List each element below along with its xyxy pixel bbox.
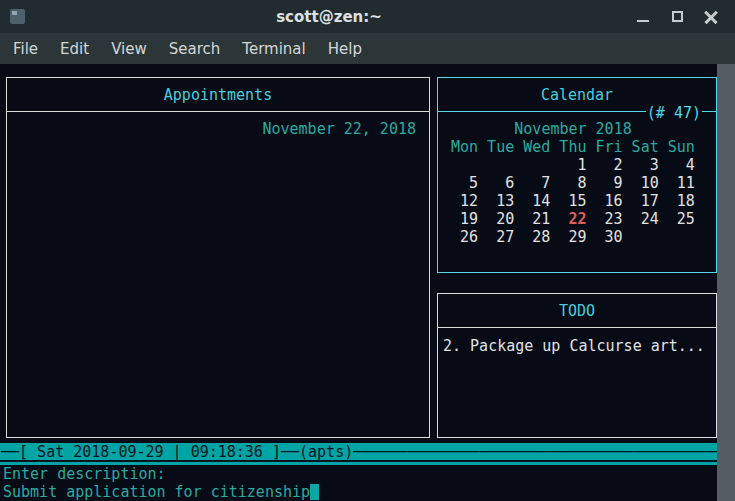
terminal-scrollbar[interactable] (717, 64, 735, 501)
close-button[interactable] (701, 7, 721, 27)
calendar-day-cell (523, 156, 559, 174)
calendar-day-cell: 24 (632, 210, 668, 228)
appointments-date-header: November 22, 2018 (7, 120, 429, 138)
calendar-day-cell: 28 (523, 228, 559, 246)
calendar-weekday-header: Mon Tue Wed Thu Fri Sat Sun (451, 138, 695, 156)
calendar-month-header: November 2018 (451, 120, 695, 138)
menu-help[interactable]: Help (317, 33, 373, 64)
calendar-day-cell: 3 (632, 156, 668, 174)
statusbar: ──[ Sat 2018-09-29 | 09:18:36 ]──(apts)─… (0, 443, 717, 465)
calendar-day-cell: 16 (596, 192, 632, 210)
calendar-day-cell: 22 (559, 210, 595, 228)
menubar: File Edit View Search Terminal Help (0, 33, 735, 64)
todo-panel: TODO 2. Package up Calcurse art... (437, 293, 717, 438)
calendar-day-cell (487, 156, 523, 174)
todo-panel-title: TODO (438, 294, 716, 328)
calendar-day-cell: 18 (668, 192, 695, 210)
calendar-day-cell: 11 (668, 174, 695, 192)
window-controls (633, 7, 725, 27)
calendar-day-cell: 27 (487, 228, 523, 246)
text-cursor (310, 484, 319, 500)
calendar-day-cell: 17 (632, 192, 668, 210)
calendar-day-cell (668, 228, 695, 246)
calendar-week-row: 5 6 7 8 9 10 11 (451, 174, 695, 192)
titlebar[interactable]: scott@zen:~ (0, 0, 735, 33)
calendar-weeks: 1 2 3 4 5 6 7 8 9 10 11 12 13 14 15 16 1… (451, 156, 695, 246)
calendar-day-cell: 25 (668, 210, 695, 228)
terminal-window: scott@zen:~ File Edit View Search Termin… (0, 0, 735, 501)
calendar-day-cell: 9 (596, 174, 632, 192)
maximize-icon (672, 11, 683, 22)
calendar-day-cell: 23 (596, 210, 632, 228)
calendar-week-row: 12 13 14 15 16 17 18 (451, 192, 695, 210)
menu-search[interactable]: Search (158, 33, 232, 64)
close-icon (704, 10, 718, 24)
calendar-grid: November 2018 Mon Tue Wed Thu Fri Sat Su… (451, 120, 695, 246)
calendar-day-cell: 30 (596, 228, 632, 246)
description-input[interactable]: Submit application for citizenship (3, 483, 319, 501)
calendar-day-cell: 12 (451, 192, 487, 210)
menu-edit[interactable]: Edit (49, 33, 100, 64)
calendar-day-cell: 8 (559, 174, 595, 192)
calendar-day-cell: 29 (559, 228, 595, 246)
calendar-week-row: 1 2 3 4 (451, 156, 695, 174)
todo-item: 2. Package up Calcurse art... (438, 337, 716, 355)
calendar-day-cell: 2 (596, 156, 632, 174)
calendar-week-row: 19 20 21 22 23 24 25 (451, 210, 695, 228)
appointments-panel: Appointments November 22, 2018 (6, 77, 430, 438)
calendar-day-cell: 21 (523, 210, 559, 228)
calendar-day-cell: 5 (451, 174, 487, 192)
calendar-day-cell: 10 (632, 174, 668, 192)
maximize-button[interactable] (667, 7, 687, 27)
calendar-day-cell: 6 (487, 174, 523, 192)
calendar-day-cell: 4 (668, 156, 695, 174)
calendar-day-cell: 14 (523, 192, 559, 210)
calendar-week-row: 26 27 28 29 30 (451, 228, 695, 246)
calendar-day-cell (451, 156, 487, 174)
statusbar-line: ──[ Sat 2018-09-29 | 09:18:36 ]──(apts)─… (0, 443, 717, 462)
menu-view[interactable]: View (100, 33, 158, 64)
minimize-button[interactable] (633, 7, 653, 27)
menu-terminal[interactable]: Terminal (231, 33, 316, 64)
terminal-screen[interactable]: Appointments November 22, 2018 Calendar … (0, 64, 735, 501)
appointments-panel-title: Appointments (7, 78, 429, 112)
minimize-icon (637, 20, 649, 22)
calendar-day-cell: 19 (451, 210, 487, 228)
week-number-badge: (# 47) (646, 104, 702, 122)
calendar-day-cell: 7 (523, 174, 559, 192)
calendar-day-cell: 13 (487, 192, 523, 210)
calendar-day-cell (632, 228, 668, 246)
prompt-label: Enter description: (3, 465, 166, 483)
menu-file[interactable]: File (2, 33, 49, 64)
terminal-app-icon[interactable] (10, 9, 25, 24)
calendar-day-cell: 1 (559, 156, 595, 174)
calendar-day-cell: 15 (559, 192, 595, 210)
calendar-panel: Calendar (# 47) November 2018 Mon Tue We… (437, 77, 717, 273)
calendar-day-cell: 20 (487, 210, 523, 228)
window-title: scott@zen:~ (25, 8, 633, 26)
description-input-text: Submit application for citizenship (3, 483, 310, 501)
calendar-day-cell: 26 (451, 228, 487, 246)
